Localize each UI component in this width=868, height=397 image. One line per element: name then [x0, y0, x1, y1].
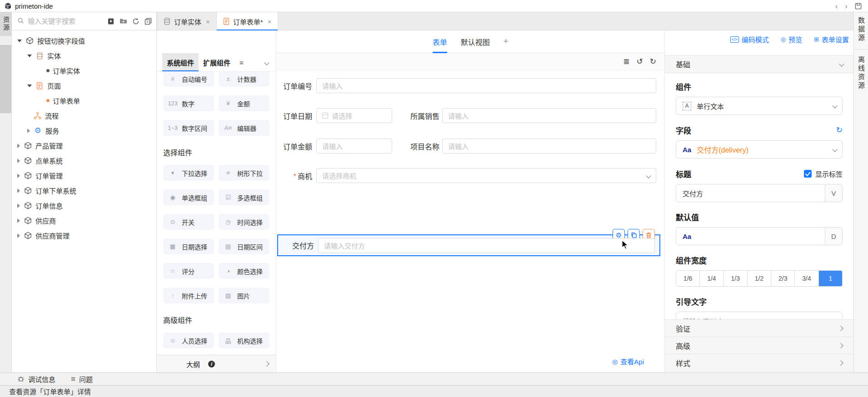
palette-item-dropdown[interactable]: ▾下拉选择: [163, 165, 214, 181]
tree-item-flow[interactable]: 流程: [12, 108, 156, 123]
palette-tab-system[interactable]: 系统组件: [162, 53, 199, 71]
expand-arrow-icon[interactable]: [27, 129, 30, 133]
new-folder-icon[interactable]: [120, 18, 127, 25]
tree-item-ordering-system[interactable]: 点单系统: [12, 153, 156, 168]
import-resource-icon[interactable]: [107, 18, 115, 25]
close-icon[interactable]: ×: [268, 18, 272, 25]
palette-tab-extend[interactable]: 扩展组件: [199, 53, 235, 71]
tree-item-service[interactable]: ⚙ 服务: [12, 123, 156, 138]
collapse-arrow-icon[interactable]: [27, 55, 32, 57]
tab-order-entity[interactable]: 订单实体 ×: [157, 12, 217, 30]
expand-arrow-icon[interactable]: [17, 159, 20, 163]
show-label-checkbox[interactable]: [804, 170, 812, 178]
chevron-down-icon[interactable]: [264, 60, 269, 65]
palette-item-number-range[interactable]: 1~3数字区间: [163, 120, 214, 136]
width-option[interactable]: 2/3: [771, 271, 795, 286]
tree-item-button-toggle-field[interactable]: 按钮切换字段值: [12, 33, 156, 48]
preview-button[interactable]: ◎预览: [781, 35, 802, 44]
delivery-input[interactable]: 请输入交付方: [318, 238, 655, 253]
close-icon[interactable]: ×: [206, 18, 210, 25]
default-value-input[interactable]: Aa: [676, 233, 825, 240]
section-validation[interactable]: 验证: [665, 320, 853, 337]
tree-item-order-entity[interactable]: 订单实体: [12, 63, 156, 78]
rail-tab-datasource[interactable]: 数据源: [854, 12, 868, 47]
palette-item-switch[interactable]: ⊙开关: [163, 214, 214, 230]
field-select[interactable]: Aa 交付方(delivery): [676, 140, 843, 159]
palette-item-radio-group[interactable]: ◉单选框组: [163, 189, 214, 205]
palette-item-auto-number[interactable]: #自动编号: [163, 72, 214, 87]
outline-icon[interactable]: ≣: [623, 58, 629, 65]
problems-button[interactable]: ≡ 问题: [71, 374, 93, 384]
palette-item-attachment-upload[interactable]: ↑附件上传: [163, 288, 214, 303]
palette-item-org-picker[interactable]: 品机构选择: [219, 332, 269, 348]
section-style[interactable]: 样式: [665, 354, 853, 372]
selected-component-delivery[interactable]: ⚙ 交付方 请输入交付方: [277, 234, 660, 256]
tree-item-page[interactable]: 页面: [12, 78, 156, 93]
palette-item-editor[interactable]: A≡编辑器: [219, 120, 269, 136]
collapse-arrow-icon[interactable]: [27, 84, 32, 87]
palette-item-money[interactable]: ¥金额: [219, 95, 269, 111]
outline-panel-toggle[interactable]: 大纲 i: [157, 355, 276, 372]
add-view-button[interactable]: +: [504, 30, 509, 53]
tab-order-form[interactable]: 订单表单* ×: [217, 12, 279, 30]
tree-item-order-form[interactable]: 订单表单: [12, 93, 156, 108]
project-input[interactable]: 请输入: [442, 139, 656, 154]
refresh-icon[interactable]: [132, 18, 140, 25]
expand-arrow-icon[interactable]: [17, 174, 20, 178]
palette-item-checkbox-group[interactable]: ☑多选框组: [219, 189, 269, 205]
expand-arrow-icon[interactable]: [17, 189, 20, 193]
palette-item-counter[interactable]: ±计数器: [219, 72, 269, 87]
width-option[interactable]: 1/2: [748, 271, 771, 286]
palette-item-date-picker[interactable]: ▦日期选择: [163, 238, 214, 254]
tree-item-entity[interactable]: 实体: [12, 48, 156, 63]
rail-tab-resources[interactable]: 资源: [0, 12, 12, 36]
width-option[interactable]: 1/6: [676, 271, 700, 286]
sales-input[interactable]: 请输入: [442, 108, 656, 123]
rail-tab-offline-resources[interactable]: 离线资源: [854, 51, 868, 95]
tree-item-supplier-mgmt[interactable]: 供应商管理: [12, 228, 156, 243]
expand-arrow-icon[interactable]: [17, 233, 20, 238]
palette-item-time-picker[interactable]: ◷时间选择: [219, 214, 269, 230]
form-row-order-no[interactable]: 订单编号 请输入: [276, 78, 661, 93]
form-settings-button[interactable]: ⊞表单设置: [814, 35, 849, 44]
width-option[interactable]: 3/4: [795, 271, 818, 286]
palette-item-color-picker[interactable]: ◑颜色选择: [219, 263, 269, 279]
title-input[interactable]: 交付方: [676, 189, 825, 198]
form-row-biz[interactable]: *商机 请选择商机: [276, 168, 661, 183]
collapse-arrow-icon[interactable]: [17, 40, 22, 42]
expand-arrow-icon[interactable]: [17, 144, 20, 148]
palette-item-image[interactable]: ▧图片: [219, 288, 269, 303]
redo-icon[interactable]: ↻: [650, 58, 656, 65]
tree-item-supplier[interactable]: 供应商: [12, 213, 156, 228]
palette-menu-icon[interactable]: ≡: [239, 59, 244, 66]
tree-item-order-info[interactable]: 订单信息: [12, 198, 156, 213]
refresh-field-icon[interactable]: ↻: [836, 125, 843, 135]
component-type-select[interactable]: A 单行文本: [676, 97, 843, 115]
tree-item-product-mgmt[interactable]: 产品管理: [12, 138, 156, 153]
width-option[interactable]: 1/3: [724, 271, 748, 286]
expand-arrow-icon[interactable]: [17, 218, 20, 223]
palette-item-tree-dropdown[interactable]: ≡树形下拉: [219, 165, 269, 181]
save-button[interactable]: [855, 3, 862, 10]
biz-select[interactable]: 请选择商机: [316, 168, 656, 183]
order-no-input[interactable]: 请输入: [316, 78, 656, 93]
palette-item-number[interactable]: 123数字: [163, 95, 214, 111]
title-variable-button[interactable]: V: [825, 184, 842, 202]
tree-item-order-mgmt[interactable]: 订单管理: [12, 168, 156, 183]
palette-item-rating[interactable]: ☆评分: [163, 263, 214, 279]
palette-item-date-range[interactable]: ▤日期区间: [219, 238, 269, 254]
tree-item-order-placing-system[interactable]: 订单下单系统: [12, 183, 156, 198]
palette-item-person-picker[interactable]: ☺人员选择: [163, 332, 214, 348]
undo-icon[interactable]: ↺: [637, 58, 643, 65]
search-input[interactable]: [28, 17, 96, 25]
width-option[interactable]: 1/4: [700, 271, 723, 286]
amount-input[interactable]: 请输入: [316, 139, 392, 154]
history-forward-button[interactable]: ›: [845, 2, 848, 10]
view-tab-default-view[interactable]: 默认视图: [461, 30, 490, 53]
debug-info-button[interactable]: 调试信息: [17, 374, 55, 384]
expand-arrow-icon[interactable]: [17, 203, 20, 208]
collapse-panels-icon[interactable]: [145, 18, 152, 25]
view-api-link[interactable]: ◎ 查看Api: [612, 357, 644, 366]
history-back-button[interactable]: ‹: [835, 2, 838, 10]
rail-scrollbar-thumb[interactable]: [0, 45, 11, 113]
